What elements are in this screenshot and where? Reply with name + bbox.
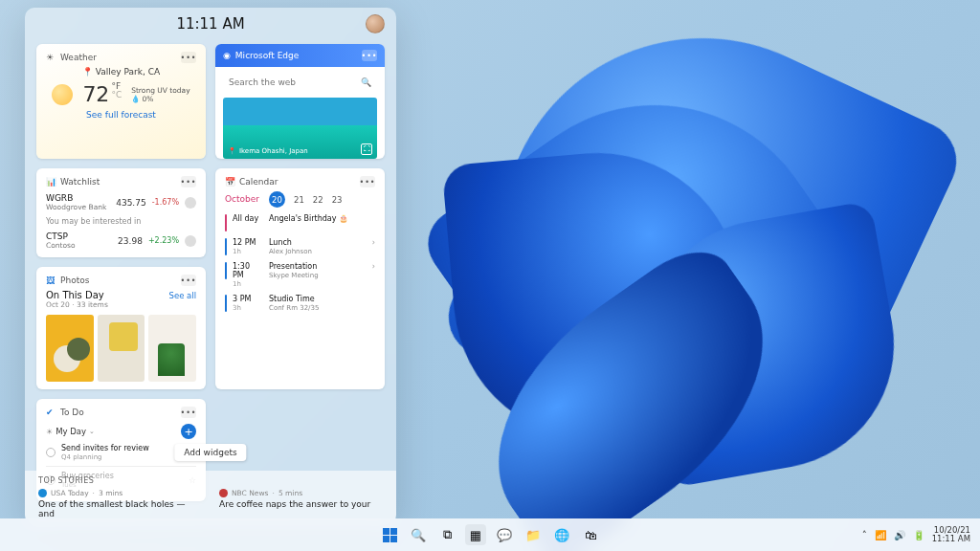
calendar-day[interactable]: 21 — [294, 195, 304, 205]
edge-featured-image[interactable]: 📍Ikema Ohashi, Japan ⛶ — [223, 98, 377, 159]
calendar-event[interactable]: 12 PM1h LunchAlex Johnson › — [225, 238, 375, 255]
photo-thumbnail[interactable] — [148, 315, 196, 382]
calendar-icon: 📅 — [225, 177, 234, 187]
calendar-month: October — [225, 194, 259, 204]
calendar-day[interactable]: 22 — [313, 195, 323, 205]
location-pin-icon: 📍 — [228, 147, 236, 155]
weather-card[interactable]: ☀ Weather ••• 📍 Valley Park, CA 72 °F°C … — [36, 44, 206, 159]
expand-icon[interactable]: ⛶ — [361, 143, 372, 155]
edge-search-input[interactable] — [229, 77, 356, 87]
store-button[interactable]: 🛍 — [580, 524, 601, 545]
weather-more-button[interactable]: ••• — [181, 52, 196, 63]
chevron-right-icon: › — [372, 262, 375, 271]
top-stories-label: TOP STORIES — [38, 476, 383, 485]
top-stories-section: TOP STORIES USA Today · 3 mins One of th… — [25, 471, 396, 524]
weather-title: Weather — [60, 53, 176, 62]
photos-more-button[interactable]: ••• — [181, 275, 196, 286]
search-button[interactable]: 🔍 — [408, 524, 429, 545]
calendar-days: 20 21 22 23 — [269, 191, 342, 208]
see-forecast-link[interactable]: See full forecast — [46, 110, 196, 120]
todo-title: To Do — [60, 408, 176, 417]
search-icon[interactable]: 🔍 — [361, 77, 371, 87]
photo-thumbnail[interactable] — [46, 315, 94, 382]
user-avatar[interactable] — [366, 14, 385, 33]
calendar-event[interactable]: 1:30 PM1h PresentationSkype Meeting › — [225, 262, 375, 288]
stocks-icon: 📊 — [46, 177, 56, 187]
edge-button[interactable]: 🌐 — [551, 524, 572, 545]
panel-clock: 11:11 AM — [176, 15, 244, 33]
watchlist-more-button[interactable]: ••• — [181, 176, 196, 187]
photo-thumbnail[interactable] — [98, 315, 145, 382]
photos-title: Photos — [60, 276, 176, 285]
widgets-panel-header: 11:11 AM — [25, 8, 396, 40]
stock-row[interactable]: WGRBWoodgrove Bank 435.75 -1.67% — [46, 193, 196, 211]
chat-button[interactable]: 💬 — [494, 524, 515, 545]
stock-row[interactable]: CTSPContoso 23.98 +2.23% — [46, 231, 196, 250]
edge-icon: ◉ — [223, 51, 231, 60]
todo-icon: ✔ — [46, 408, 56, 417]
calendar-more-button[interactable]: ••• — [360, 176, 375, 187]
widgets-panel: 11:11 AM ☀ Weather ••• 📍 Valley Park, CA… — [25, 8, 396, 524]
edge-search-box[interactable]: 🔍 — [223, 73, 377, 92]
news-story[interactable]: USA Today · 3 mins One of the smallest b… — [38, 489, 202, 518]
wifi-icon[interactable]: 📶 — [875, 530, 886, 540]
calendar-day-selected[interactable]: 20 — [269, 191, 285, 208]
calendar-allday-event[interactable]: All day Angela's Birthday 🎂 — [225, 214, 375, 231]
system-tray[interactable]: ˄ 📶 🔊 🔋 10/20/21 11:11 AM — [862, 526, 970, 543]
watchlist-title: Watchlist — [60, 177, 176, 187]
calendar-title: Calendar — [239, 177, 355, 187]
weather-icon: ☀ — [46, 53, 56, 62]
interest-label: You may be interested in — [46, 217, 196, 226]
chevron-right-icon: › — [372, 238, 375, 247]
taskview-button[interactable]: ⧉ — [436, 524, 457, 545]
stock-detail-icon[interactable] — [185, 235, 196, 247]
add-widgets-button[interactable]: Add widgets — [174, 444, 246, 461]
tray-chevron-icon[interactable]: ˄ — [862, 530, 867, 540]
stock-detail-icon[interactable] — [185, 197, 196, 209]
precip-icon: 💧 — [131, 95, 140, 103]
todo-more-button[interactable]: ••• — [181, 407, 196, 418]
news-story[interactable]: NBC News · 5 mins Are coffee naps the an… — [219, 489, 383, 518]
photos-sub: Oct 20 · 33 items — [46, 300, 108, 309]
taskbar: 🔍 ⧉ ▦ 💬 📁 🌐 🛍 ˄ 📶 🔊 🔋 10/20/21 11:11 AM — [0, 518, 980, 551]
calendar-event[interactable]: 3 PM3h Studio TimeConf Rm 32/35 — [225, 295, 375, 312]
task-checkbox[interactable] — [46, 448, 56, 457]
photos-see-all-link[interactable]: See all — [169, 291, 197, 300]
chevron-down-icon: ⌄ — [89, 428, 95, 435]
calendar-card[interactable]: 📅 Calendar ••• October 20 21 22 23 All d… — [215, 168, 385, 389]
weather-temperature: 72 °F°C — [82, 82, 122, 106]
start-button[interactable] — [379, 524, 400, 545]
todo-tab-myday[interactable]: My Day ⌄ — [46, 427, 95, 436]
edge-card[interactable]: ◉ Microsoft Edge ••• 🔍 📍Ikema Ohashi, Ja… — [215, 44, 385, 159]
photos-heading: On This Day — [46, 290, 108, 300]
weather-location: 📍 Valley Park, CA — [46, 67, 196, 77]
location-pin-icon: 📍 — [82, 67, 93, 77]
weather-meta: Strong UV today 💧 0% — [131, 86, 189, 103]
taskbar-clock[interactable]: 10/20/21 11:11 AM — [932, 526, 970, 543]
volume-icon[interactable]: 🔊 — [894, 530, 905, 540]
add-task-button[interactable]: + — [181, 424, 196, 439]
widgets-button[interactable]: ▦ — [465, 524, 486, 545]
explorer-button[interactable]: 📁 — [523, 524, 544, 545]
watchlist-card[interactable]: 📊 Watchlist ••• WGRBWoodgrove Bank 435.7… — [36, 168, 206, 257]
photos-card[interactable]: 🖼 Photos ••• On This Day Oct 20 · 33 ite… — [36, 267, 206, 389]
battery-icon[interactable]: 🔋 — [913, 530, 924, 540]
taskbar-center: 🔍 ⧉ ▦ 💬 📁 🌐 🛍 — [379, 524, 601, 545]
sun-icon — [52, 84, 73, 105]
edge-title: Microsoft Edge — [235, 51, 357, 60]
calendar-day[interactable]: 23 — [332, 195, 343, 205]
photos-icon: 🖼 — [46, 276, 56, 285]
edge-more-button[interactable]: ••• — [362, 50, 377, 61]
